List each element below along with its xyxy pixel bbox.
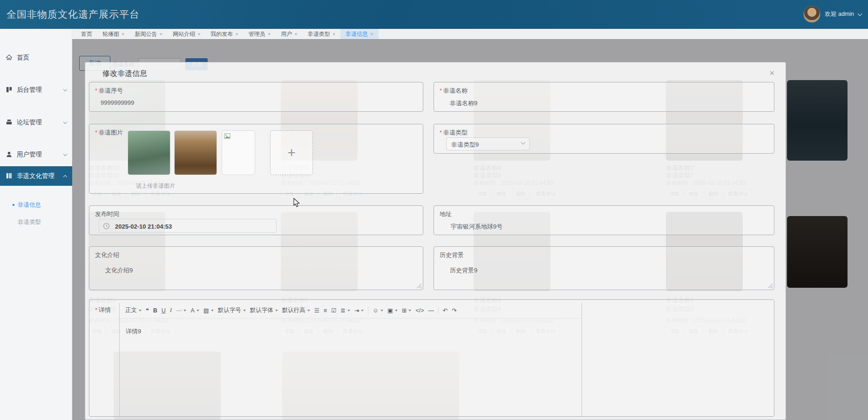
close-icon[interactable]: × (268, 32, 271, 37)
close-icon[interactable]: × (332, 32, 335, 37)
tab-非遗信息[interactable]: 非遗信息× (340, 29, 378, 39)
tab-首页[interactable]: 首页 (76, 29, 97, 39)
user-menu[interactable]: 欢迎 admin (803, 6, 861, 23)
upload-image-button[interactable]: + (270, 130, 313, 175)
tab-用户[interactable]: 用户× (276, 29, 302, 39)
user-icon (6, 151, 13, 158)
toolbar-italic-icon[interactable]: I (170, 307, 172, 314)
broken-image-icon (224, 133, 231, 139)
sidebar-item-label: 非遗文化管理 (17, 172, 54, 180)
toolbar-glyph: ≡ (324, 307, 327, 314)
caret-down-icon (408, 310, 411, 313)
tab-label: 轮播图 (102, 30, 119, 38)
caret-down-icon (307, 310, 310, 313)
avatar[interactable] (803, 6, 821, 23)
close-icon[interactable]: × (235, 32, 238, 37)
toolbar-todo-icon[interactable]: ☑ (331, 307, 336, 314)
type-select[interactable]: 非遗类型9 (446, 137, 530, 150)
field-value[interactable]: 文化介绍9 (105, 266, 133, 275)
sidebar-item-非遗文化管理[interactable]: 非遗文化管理 (0, 166, 72, 186)
field-history-background[interactable]: 历史背景 历史背景9 (434, 246, 774, 290)
toolbar-glyph: U (162, 307, 166, 314)
toolbar-glyph: ❝ (146, 307, 149, 314)
toolbar-emoji-icon[interactable]: ☺ (373, 307, 383, 314)
toolbar-glyph: ⋯ (176, 307, 182, 314)
toolbar-ordered-list-icon[interactable]: ≡ (324, 307, 327, 314)
chevron-down-icon (63, 152, 67, 156)
toolbar-separator (368, 307, 368, 314)
tab-网站介绍[interactable]: 网站介绍× (168, 29, 205, 39)
toolbar-table-icon[interactable]: ⊞ (402, 307, 411, 314)
rich-text-editor: 正文❝BUI⋯A▧默认字号默认字体默认行高☰≡☑≣⇥☺▣⊞</>—↶↷ 详情9 (119, 303, 582, 416)
toolbar-paragraph-style[interactable]: 正文 (125, 306, 142, 314)
field-heritage-number[interactable]: *非遗序号 9999999999 (89, 82, 423, 112)
tab-label: 非遗类型 (308, 30, 330, 38)
field-value[interactable]: 9999999999 (101, 99, 134, 106)
toolbar-more-styles-icon[interactable]: ⋯ (176, 307, 187, 314)
toolbar-bullet-list-icon[interactable]: ☰ (314, 307, 319, 314)
toolbar-glyph: ▣ (387, 307, 393, 314)
tab-label: 用户 (281, 30, 292, 38)
sidebar-item-论坛管理[interactable]: 论坛管理 (0, 113, 72, 132)
sidebar-subitem-非遗类型[interactable]: 非遗类型 (0, 215, 72, 229)
field-label: 非遗类型 (443, 129, 468, 136)
required-marker: * (95, 306, 97, 313)
sidebar-item-用户管理[interactable]: 用户管理 (0, 145, 72, 164)
editor-content[interactable]: 详情9 (120, 318, 582, 345)
close-icon[interactable]: × (370, 32, 373, 37)
close-icon[interactable]: × (159, 32, 162, 37)
sidebar-item-label: 后台管理 (17, 86, 42, 94)
close-icon[interactable]: × (294, 32, 297, 37)
tab-轮播图[interactable]: 轮播图× (97, 29, 129, 39)
sidebar-item-后台管理[interactable]: 后台管理 (0, 80, 72, 100)
field-address[interactable]: 地址 宇宙银河系地球9号 (434, 205, 774, 235)
toolbar-font-color-icon[interactable]: A (190, 307, 199, 314)
toolbar-glyph: 默认行高 (282, 306, 305, 314)
field-value[interactable]: 历史背景9 (450, 266, 477, 275)
field-culture-intro[interactable]: 文化介绍 文化介绍9 (89, 246, 423, 290)
tab-label: 网站介绍 (173, 30, 195, 38)
close-icon[interactable]: × (197, 32, 200, 37)
toolbar-line-height[interactable]: 默认行高 (282, 306, 310, 314)
tab-我的发布[interactable]: 我的发布× (205, 29, 243, 39)
chevron-up-icon (63, 175, 67, 179)
toolbar-divider-icon[interactable]: — (428, 307, 434, 314)
toolbar-redo-icon[interactable]: ↷ (452, 307, 456, 314)
tab-非遗类型[interactable]: 非遗类型× (303, 29, 340, 39)
close-icon[interactable]: × (122, 32, 124, 37)
image-thumbnail-broken[interactable] (222, 130, 255, 175)
toolbar-undo-icon[interactable]: ↶ (443, 307, 448, 314)
toolbar-underline-icon[interactable]: U (162, 307, 166, 314)
toolbar-font-family[interactable]: 默认字体 (250, 306, 278, 314)
required-marker: * (440, 129, 442, 136)
field-heritage-name[interactable]: *非遗名称 非遗名称9 (434, 82, 774, 112)
toolbar-indent-icon[interactable]: ⇥ (354, 307, 364, 314)
tab-新闻公告[interactable]: 新闻公告× (129, 29, 167, 39)
tab-管理员[interactable]: 管理员× (244, 29, 276, 39)
resize-handle[interactable] (416, 283, 421, 288)
chevron-down-icon (63, 87, 67, 91)
caret-down-icon (243, 310, 246, 313)
toolbar-glyph: ⇥ (354, 307, 359, 314)
caret-down-icon (361, 310, 364, 313)
sidebar-subitem-非遗信息[interactable]: 非遗信息 (0, 198, 72, 212)
toolbar-font-size[interactable]: 默认字号 (218, 306, 246, 314)
field-detail: *详情 正文❝BUI⋯A▧默认字号默认字体默认行高☰≡☑≣⇥☺▣⊞</>—↶↷ … (89, 299, 774, 417)
welcome-text: 欢迎 admin (825, 10, 854, 18)
toolbar-quote-icon[interactable]: ❝ (146, 307, 149, 314)
sidebar-item-首页[interactable]: 首页 (0, 48, 72, 68)
field-value[interactable]: 宇宙银河系地球9号 (451, 223, 502, 231)
toolbar-bold-icon[interactable]: B (153, 307, 157, 314)
close-icon[interactable]: × (769, 69, 774, 77)
image-thumbnail[interactable] (174, 130, 217, 175)
image-thumbnail[interactable] (128, 130, 170, 175)
toolbar-glyph: B (153, 307, 157, 314)
toolbar-code-block-icon[interactable]: </> (415, 307, 424, 314)
edit-heritage-modal: 修改非遗信息 × *非遗序号 9999999999 *非遗名称 非遗名称9 *非… (85, 62, 786, 420)
field-value[interactable]: 非遗名称9 (450, 99, 477, 108)
toolbar-justify-icon[interactable]: ≣ (340, 307, 350, 314)
resize-handle[interactable] (767, 283, 773, 288)
toolbar-image-icon[interactable]: ▣ (387, 307, 398, 314)
toolbar-bg-color-icon[interactable]: ▧ (203, 307, 214, 314)
datetime-input[interactable]: 2025-02-10 21:04:53 (99, 219, 277, 233)
